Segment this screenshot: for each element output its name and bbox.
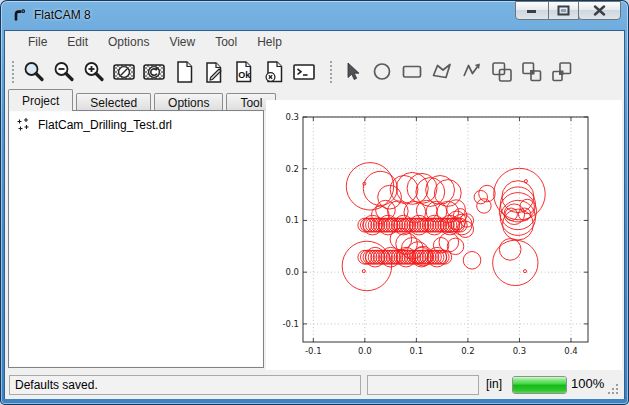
status-message: Defaults saved.	[9, 375, 361, 395]
subtraction-icon	[549, 59, 575, 85]
polygon-tool-icon	[429, 59, 455, 85]
project-tree[interactable]: FlatCam_Drilling_Test.drl	[8, 110, 264, 368]
close-button[interactable]	[578, 1, 621, 20]
svg-text:0.2: 0.2	[461, 346, 475, 356]
select-tool-button[interactable]	[337, 57, 367, 87]
tab-project[interactable]: Project	[8, 89, 73, 111]
minimize-button[interactable]	[515, 1, 549, 20]
flatcam-window: FlatCAM 8 File Edit Options View Tool He…	[0, 0, 629, 405]
window-title: FlatCAM 8	[34, 8, 91, 22]
draw-circle-button[interactable]	[367, 57, 397, 87]
replot-icon	[141, 59, 167, 85]
toolbar-editor-drag-handle[interactable]	[329, 59, 334, 85]
draw-path-button[interactable]	[457, 57, 487, 87]
menu-options[interactable]: Options	[98, 32, 159, 52]
clear-plot-icon	[111, 59, 137, 85]
flatcam-logo-icon	[11, 7, 27, 23]
circle-tool-icon	[369, 59, 395, 85]
shell-button[interactable]	[289, 57, 319, 87]
new-file-icon	[171, 59, 197, 85]
minimize-icon	[526, 6, 538, 15]
status-field-2	[367, 375, 479, 395]
draw-polygon-button[interactable]	[427, 57, 457, 87]
close-icon	[593, 5, 606, 16]
progress-bar	[512, 376, 567, 394]
svg-text:0.2: 0.2	[285, 164, 299, 174]
zoom-in-icon	[81, 59, 107, 85]
client-area: File Edit Options View Tool Help	[4, 30, 625, 399]
svg-text:0.0: 0.0	[358, 346, 372, 356]
zoom-out-button[interactable]	[49, 57, 79, 87]
clear-plot-button[interactable]	[109, 57, 139, 87]
menu-view[interactable]: View	[159, 32, 205, 52]
zoom-in-button[interactable]	[79, 57, 109, 87]
select-arrow-icon	[339, 59, 365, 85]
path-tool-icon	[459, 59, 485, 85]
polygon-intersection-button[interactable]	[517, 57, 547, 87]
union-icon	[489, 59, 515, 85]
toolbar-editor	[323, 53, 577, 90]
svg-text:-0.1: -0.1	[305, 346, 322, 356]
menubar: File Edit Options View Tool Help	[5, 31, 624, 53]
drill-file-icon	[16, 117, 31, 132]
polygon-subtraction-button[interactable]	[547, 57, 577, 87]
svg-text:0.0: 0.0	[285, 267, 299, 277]
tree-item-drill-file[interactable]: FlatCam_Drilling_Test.drl	[9, 111, 263, 132]
intersection-icon	[519, 59, 545, 85]
titlebar[interactable]: FlatCAM 8	[0, 0, 629, 30]
cancel-edit-icon	[261, 59, 287, 85]
toolbar-main: Ok	[5, 53, 624, 90]
edit-geometry-button[interactable]	[199, 57, 229, 87]
tab-options[interactable]: Options	[154, 93, 223, 111]
panel-tabs: Project Selected Options Tool	[8, 89, 279, 111]
shell-icon	[291, 59, 317, 85]
svg-text:Ok: Ok	[238, 69, 251, 79]
new-file-button[interactable]	[169, 57, 199, 87]
svg-text:0.3: 0.3	[285, 112, 299, 122]
replot-button[interactable]	[139, 57, 169, 87]
polygon-union-button[interactable]	[487, 57, 517, 87]
draw-rectangle-button[interactable]	[397, 57, 427, 87]
plot-panel: -0.10.00.10.20.30.4-0.10.00.10.20.3	[266, 100, 622, 370]
plot-canvas[interactable]: -0.10.00.10.20.30.4-0.10.00.10.20.3	[266, 100, 622, 370]
rectangle-tool-icon	[399, 59, 425, 85]
zoom-out-icon	[51, 59, 77, 85]
toolbar-drag-handle[interactable]	[11, 59, 16, 85]
update-geometry-ok-icon: Ok	[231, 59, 257, 85]
svg-text:-0.1: -0.1	[282, 319, 299, 329]
menu-help[interactable]: Help	[247, 32, 292, 52]
zoom-fit-button[interactable]	[19, 57, 49, 87]
edit-geometry-icon	[201, 59, 227, 85]
resize-grip[interactable]	[607, 383, 620, 396]
svg-text:0.4: 0.4	[564, 346, 578, 356]
maximize-button[interactable]	[548, 1, 579, 20]
tab-selected[interactable]: Selected	[76, 93, 151, 111]
progress-fill	[513, 377, 566, 393]
menu-tool[interactable]: Tool	[205, 32, 247, 52]
menu-file[interactable]: File	[18, 32, 57, 52]
zoom-fit-icon	[21, 59, 47, 85]
svg-text:0.1: 0.1	[410, 346, 424, 356]
menu-edit[interactable]: Edit	[57, 32, 98, 52]
svg-text:0.1: 0.1	[285, 215, 299, 225]
progress-percent-label: 100%	[571, 376, 604, 391]
tree-item-label: FlatCam_Drilling_Test.drl	[38, 118, 172, 132]
statusbar: Defaults saved. [in] 100%	[5, 372, 624, 399]
units-label: [in]	[486, 377, 502, 391]
svg-text:0.3: 0.3	[513, 346, 527, 356]
maximize-icon	[557, 5, 570, 16]
update-geometry-button[interactable]: Ok	[229, 57, 259, 87]
cancel-edit-button[interactable]	[259, 57, 289, 87]
